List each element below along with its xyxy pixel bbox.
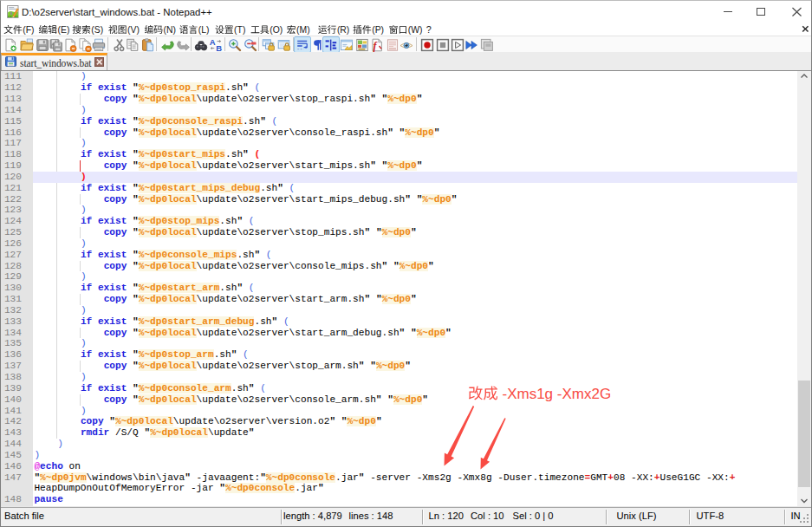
svg-text:A: A	[210, 38, 216, 47]
svg-text:B: B	[216, 43, 222, 52]
